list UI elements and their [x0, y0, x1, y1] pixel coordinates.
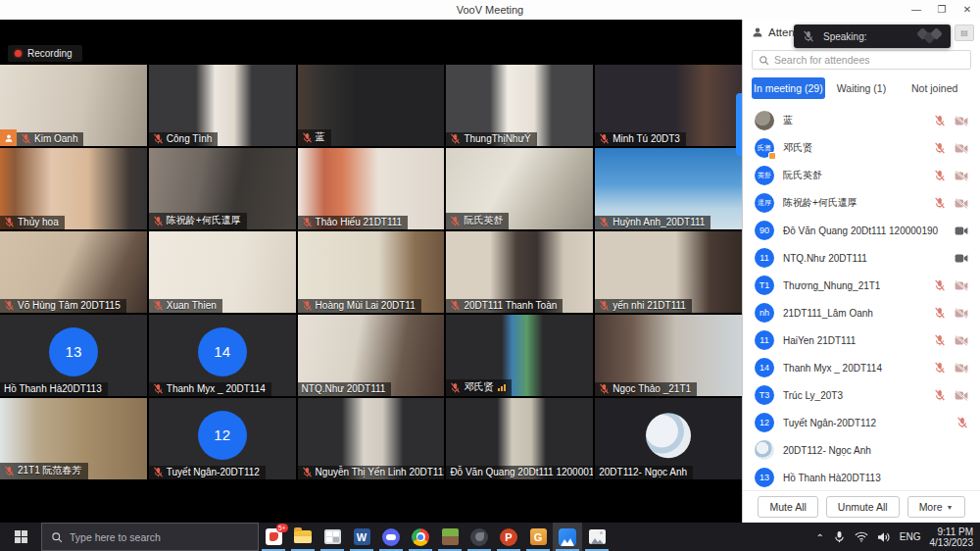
- tray-clock[interactable]: 9:11 PM 4/13/2023: [930, 526, 974, 548]
- taskbar-app-chrome[interactable]: [406, 523, 435, 551]
- attendee-row[interactable]: 14Thanh Myx _ 20DT114: [743, 354, 980, 381]
- mic-muted-icon: [934, 334, 946, 346]
- attendee-status-icons: [934, 115, 968, 126]
- panel-menu-button[interactable]: ▤: [955, 25, 974, 41]
- mic-muted-icon: [302, 300, 313, 311]
- tab-in-meeting[interactable]: In meeting (29): [752, 77, 825, 99]
- taskbar-app-mail-app[interactable]: 5+: [259, 523, 288, 551]
- attendee-status-icons: [934, 197, 968, 209]
- taskbar-app-file-explorer[interactable]: [288, 523, 318, 551]
- video-tile[interactable]: Xuan Thien: [149, 231, 296, 313]
- start-button[interactable]: [0, 523, 41, 551]
- video-tile[interactable]: 12Tuyết Ngân-20DT112: [149, 398, 296, 479]
- attendee-row[interactable]: 蓝: [743, 107, 980, 134]
- video-tile[interactable]: Minh Tú 20DT3: [595, 65, 742, 146]
- tile-name-label: Xuan Thien: [149, 299, 222, 313]
- video-tile[interactable]: 13Hồ Thanh Hà20DT113: [0, 315, 147, 396]
- video-tile[interactable]: yến nhi 21DT111: [595, 231, 742, 313]
- attendee-row[interactable]: T3Trúc Ly_20T3: [743, 381, 980, 409]
- taskbar-app-keyboard-app[interactable]: [318, 523, 347, 551]
- host-person-icon: [4, 133, 14, 143]
- mic-muted-icon: [956, 417, 968, 428]
- taskbar-app-powerpoint[interactable]: P: [494, 523, 523, 551]
- attendee-row[interactable]: 英舒阮氏英舒: [743, 162, 980, 189]
- video-tile[interactable]: Công Tình: [149, 65, 296, 146]
- unmute-all-button[interactable]: Unmute All: [826, 496, 900, 518]
- taskbar-app-discord[interactable]: [376, 523, 406, 551]
- taskbar-app-voov[interactable]: [553, 523, 582, 551]
- participant-name: 邓氏贤: [464, 380, 493, 394]
- tile-name-label: 20DT111 Thanh Toàn: [446, 299, 563, 313]
- attendee-row[interactable]: 90Đỗ Văn Quang 20Dt111 120000190>: [743, 217, 980, 244]
- tray-language[interactable]: ENG: [900, 531, 921, 542]
- video-tile[interactable]: 蓝: [298, 65, 445, 146]
- tile-name-label: Nguyễn Thị Yến Linh 20DT112: [298, 466, 445, 479]
- attendee-row[interactable]: 氏贤邓氏贤: [743, 134, 980, 162]
- video-tile[interactable]: Đỗ Văn Quang 20Dt111 120000190: [446, 398, 593, 479]
- camera-off-icon: [955, 390, 968, 401]
- attendee-row[interactable]: nh21DT111_Lâm Oanh: [743, 299, 980, 326]
- attendee-row[interactable]: T1Thương_Nhung_21T1: [743, 272, 980, 299]
- video-tile[interactable]: Thảo Hiếu 21DT111: [298, 148, 445, 229]
- video-tile[interactable]: 20DT111 Thanh Toàn: [446, 231, 593, 313]
- video-tile[interactable]: Kim Oanh: [0, 65, 147, 146]
- taskbar-search-box[interactable]: Type here to search: [41, 523, 259, 551]
- mic-muted-icon: [153, 383, 164, 394]
- mic-muted-icon: [302, 217, 313, 227]
- attendee-status-icons: [934, 334, 968, 346]
- mic-muted-icon: [450, 216, 461, 226]
- attendee-row[interactable]: 20DT112- Ngọc Anh: [743, 436, 980, 464]
- attendee-row[interactable]: 11NTQ.Như 20DT111>: [743, 244, 980, 272]
- attendee-search-input[interactable]: [774, 54, 964, 66]
- video-tile[interactable]: Hoàng Mùi Lai 20DT11: [298, 231, 445, 313]
- mic-muted-icon: [450, 216, 461, 226]
- tray-volume-icon[interactable]: [877, 531, 891, 543]
- attendee-row[interactable]: 邅厚陈祝龄+何氏邅厚: [743, 189, 980, 217]
- mic-muted-icon: [934, 362, 946, 374]
- mic-muted-icon: [599, 217, 610, 227]
- participant-name: 蓝: [316, 130, 325, 144]
- camera-off-icon: [955, 171, 968, 181]
- video-tile[interactable]: 20DT112- Ngọc Anh: [595, 398, 742, 479]
- close-button[interactable]: ✕: [955, 0, 980, 20]
- taskbar-app-minecraft[interactable]: [435, 523, 465, 551]
- tab-not-joined[interactable]: Not joined: [898, 77, 971, 99]
- mic-muted-icon: [4, 466, 15, 476]
- video-tile[interactable]: Võ Hùng Tâm 20DT115: [0, 231, 147, 313]
- more-button[interactable]: More ▼: [907, 496, 965, 518]
- mic-muted-icon: [599, 300, 610, 311]
- video-tile[interactable]: ThungThịNhưÝ: [446, 65, 593, 146]
- video-tile[interactable]: 陈祝龄+何氏邅厚: [149, 148, 296, 229]
- tab-waiting[interactable]: Waiting (1): [825, 77, 899, 99]
- taskbar-app-idm[interactable]: G: [523, 523, 553, 551]
- video-tile[interactable]: Huỳnh Anh_20DT111: [595, 148, 742, 229]
- voov-meeting-window: VooV Meeting — ❐ ✕ Recording Kim OanhCôn…: [0, 0, 980, 551]
- mute-all-button[interactable]: Mute All: [758, 496, 817, 518]
- mic-muted-icon: [153, 300, 164, 311]
- video-tile[interactable]: Nguyễn Thị Yến Linh 20DT112: [298, 398, 445, 479]
- taskbar-app-word[interactable]: W: [347, 523, 376, 551]
- attendee-row[interactable]: 11HaiYen 21DT111: [743, 326, 980, 354]
- tray-wifi-icon[interactable]: [855, 531, 868, 542]
- mic-muted-icon: [153, 383, 164, 394]
- tile-name-label: Tuyết Ngân-20DT112: [149, 466, 266, 479]
- video-tile[interactable]: Ngọc Thảo _21T1: [595, 315, 742, 396]
- taskbar-app-photos[interactable]: [582, 523, 612, 551]
- mic-muted-icon: [302, 217, 313, 227]
- video-tile[interactable]: 阮氏英舒: [446, 148, 593, 229]
- video-tile[interactable]: Thủy hoa: [0, 148, 147, 229]
- taskbar-app-dark-app[interactable]: [465, 523, 494, 551]
- attendee-row[interactable]: 13Hồ Thanh Hà20DT113: [743, 464, 980, 490]
- video-tile[interactable]: 14Thanh Myx _ 20DT114: [149, 315, 296, 396]
- video-tile[interactable]: 21T1 阮范春芳: [0, 398, 147, 479]
- minimize-button[interactable]: —: [904, 0, 929, 20]
- video-tile[interactable]: 邓氏贤: [446, 315, 593, 396]
- video-tile[interactable]: NTQ.Như 20DT111: [298, 315, 445, 396]
- restore-button[interactable]: ❐: [929, 0, 955, 20]
- attendee-name: Trúc Ly_20T3: [783, 390, 843, 401]
- tray-expand-icon[interactable]: ⌃: [815, 532, 823, 543]
- tile-avatar: 13: [49, 327, 98, 376]
- tray-mic-icon[interactable]: [833, 530, 846, 543]
- attendee-row[interactable]: 12Tuyết Ngân-20DT112: [743, 409, 980, 436]
- attendee-name: 20DT112- Ngọc Anh: [783, 445, 871, 456]
